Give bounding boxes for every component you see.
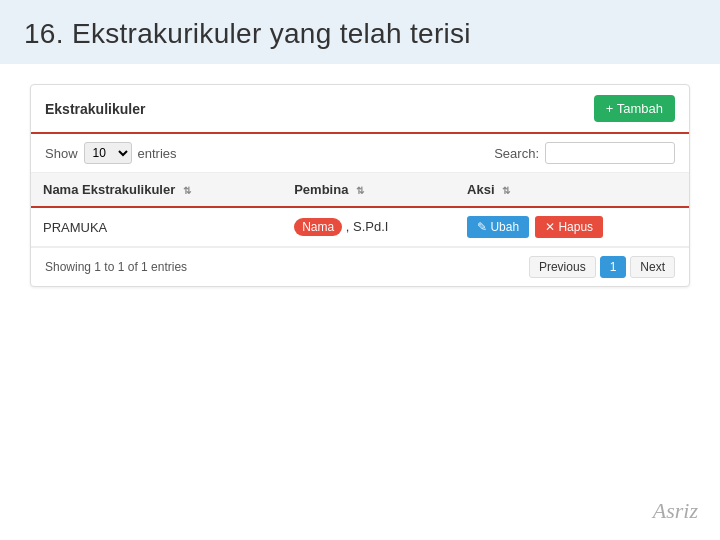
content-area: Ekstrakulikuler + Tambah Show 10 25 50 e… — [0, 64, 720, 307]
search-area: Search: — [494, 142, 675, 164]
next-button[interactable]: Next — [630, 256, 675, 278]
sort-icon-nama: ⇅ — [183, 185, 191, 196]
action-cell: ✎ Ubah ✕ Hapus — [467, 216, 677, 238]
pembina-suffix: , S.Pd.I — [346, 219, 389, 234]
entries-select[interactable]: 10 25 50 — [84, 142, 132, 164]
ubah-button[interactable]: ✎ Ubah — [467, 216, 529, 238]
card-controls: Show 10 25 50 entries Search: — [31, 134, 689, 173]
cell-pembina: Nama , S.Pd.I — [282, 207, 455, 247]
table-header-row: Nama Ekstrakulikuler ⇅ Pembina ⇅ Aksi ⇅ — [31, 173, 689, 207]
table-card: Ekstrakulikuler + Tambah Show 10 25 50 e… — [30, 84, 690, 287]
show-label: Show — [45, 146, 78, 161]
prev-button[interactable]: Previous — [529, 256, 596, 278]
hapus-button[interactable]: ✕ Hapus — [535, 216, 603, 238]
col-nama: Nama Ekstrakulikuler ⇅ — [31, 173, 282, 207]
current-page[interactable]: 1 — [600, 256, 627, 278]
col-aksi: Aksi ⇅ — [455, 173, 689, 207]
search-label: Search: — [494, 146, 539, 161]
card-footer: Showing 1 to 1 of 1 entries Previous 1 N… — [31, 247, 689, 286]
tambah-button[interactable]: + Tambah — [594, 95, 675, 122]
slide-title: 16. Ekstrakurikuler yang telah terisi — [24, 18, 696, 50]
sort-icon-aksi: ⇅ — [502, 185, 510, 196]
search-input[interactable] — [545, 142, 675, 164]
sort-icon-pembina: ⇅ — [356, 185, 364, 196]
watermark: Asriz — [653, 498, 698, 524]
pembina-badge: Nama — [294, 218, 342, 236]
showing-text: Showing 1 to 1 of 1 entries — [45, 260, 187, 274]
data-table: Nama Ekstrakulikuler ⇅ Pembina ⇅ Aksi ⇅ — [31, 173, 689, 247]
card-header: Ekstrakulikuler + Tambah — [31, 85, 689, 134]
show-entries-area: Show 10 25 50 entries — [45, 142, 177, 164]
col-pembina: Pembina ⇅ — [282, 173, 455, 207]
table-row: PRAMUKA Nama , S.Pd.I ✎ Ubah ✕ Hapus — [31, 207, 689, 247]
cell-aksi: ✎ Ubah ✕ Hapus — [455, 207, 689, 247]
pagination: Previous 1 Next — [529, 256, 675, 278]
entries-label: entries — [138, 146, 177, 161]
table-body: PRAMUKA Nama , S.Pd.I ✎ Ubah ✕ Hapus — [31, 207, 689, 247]
table-head: Nama Ekstrakulikuler ⇅ Pembina ⇅ Aksi ⇅ — [31, 173, 689, 207]
card-title: Ekstrakulikuler — [45, 101, 145, 117]
slide-header: 16. Ekstrakurikuler yang telah terisi — [0, 0, 720, 64]
cell-nama: PRAMUKA — [31, 207, 282, 247]
